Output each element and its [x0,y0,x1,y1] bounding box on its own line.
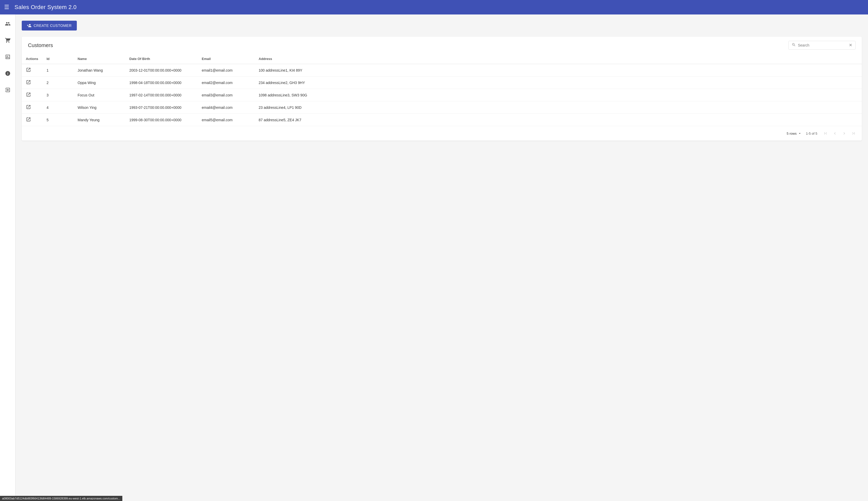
sidebar [0,14,15,501]
cell-id: 4 [42,102,73,114]
cell-dob: 1998-04-18T00:00:00.000+0000 [125,76,198,89]
cell-name: Mandy Yeung [73,114,125,126]
edit-row-icon[interactable] [26,67,31,72]
rows-per-page-selector[interactable]: 5 rows [787,131,802,136]
cell-id: 2 [42,76,73,89]
status-url: a08003ab7d5124db883f66413fd84489-1586928… [2,497,120,500]
rows-per-page-value: 5 rows [787,131,797,136]
prev-page-button[interactable] [831,129,839,138]
cell-email: email1@email.com [198,64,254,76]
table-row: 1 Jonathan Wang 2003-12-01T00:00:00.000+… [22,64,862,76]
cell-name: Focus Out [73,89,125,102]
cell-address: 234 addressLine2, GH3 9HY [254,76,862,89]
next-page-button[interactable] [840,129,848,138]
cell-dob: 1997-02-14T00:00:00.000+0000 [125,89,198,102]
menu-icon[interactable]: ☰ [4,4,9,11]
cell-name: Wilson Ying [73,102,125,114]
search-box[interactable]: ✕ [788,41,856,50]
table-body: 1 Jonathan Wang 2003-12-01T00:00:00.000+… [22,64,862,126]
pagination-buttons [822,129,858,138]
cell-dob: 1999-08-30T00:00:00.000+0000 [125,114,198,126]
first-page-button[interactable] [822,129,830,138]
cell-id: 3 [42,89,73,102]
cell-dob: 2003-12-01T00:00:00.000+0000 [125,64,198,76]
sidebar-item-reports[interactable] [3,52,13,62]
cell-id: 5 [42,114,73,126]
cell-name: Oppa Wing [73,76,125,89]
search-clear-icon[interactable]: ✕ [849,43,852,47]
cell-email: email2@email.com [198,76,254,89]
cell-address: 87 addressLine5, ZE4 JK7 [254,114,862,126]
status-bar: a08003ab7d5124db883f66413fd84489-1586928… [0,496,122,501]
cell-email: email4@email.com [198,102,254,114]
table-row: 3 Focus Out 1997-02-14T00:00:00.000+0000… [22,89,862,102]
pagination-info: 1-5 of 5 [806,131,817,136]
app-title: Sales Order System 2.0 [14,4,76,11]
topbar: ☰ Sales Order System 2.0 [0,0,868,14]
col-header-address: Address [254,54,862,64]
customers-table: Actions Id Name Date Of Birth Email Addr… [22,54,862,126]
create-customer-button[interactable]: CREATE CUSTOMER [22,21,77,31]
cell-id: 1 [42,64,73,76]
cell-address: 100 addressLine1, KI4 89Y [254,64,862,76]
sidebar-item-orders[interactable] [3,35,13,45]
table-footer: 5 rows 1-5 of 5 [22,126,862,141]
col-header-name: Name [73,54,125,64]
search-icon [792,43,796,48]
edit-row-icon[interactable] [26,117,31,122]
cell-dob: 1993-07-21T00:00:00.000+0000 [125,102,198,114]
card-header: Customers ✕ [22,37,862,54]
table-row: 2 Oppa Wing 1998-04-18T00:00:00.000+0000… [22,76,862,89]
cell-email: email5@email.com [198,114,254,126]
last-page-button[interactable] [849,129,858,138]
col-header-dob: Date Of Birth [125,54,198,64]
col-header-email: Email [198,54,254,64]
customers-card: Customers ✕ Actions Id Name Date Of Birt… [22,37,862,141]
cell-address: 23 addressLine4, LP1 90D [254,102,862,114]
col-header-actions: Actions [22,54,42,64]
cell-email: email3@email.com [198,89,254,102]
sidebar-item-logout[interactable] [3,85,13,95]
col-header-id: Id [42,54,73,64]
edit-row-icon[interactable] [26,79,31,85]
table-row: 4 Wilson Ying 1993-07-21T00:00:00.000+00… [22,102,862,114]
cell-name: Jonathan Wang [73,64,125,76]
sidebar-item-customers[interactable] [3,19,13,29]
main-content: CREATE CUSTOMER Customers ✕ Actions I [15,14,868,501]
customers-title: Customers [28,42,53,48]
table-header: Actions Id Name Date Of Birth Email Addr… [22,54,862,64]
sidebar-item-info[interactable] [3,68,13,78]
edit-row-icon[interactable] [26,105,31,110]
edit-row-icon[interactable] [26,92,31,97]
cell-address: 1098 addressLine3, SW3 90G [254,89,862,102]
table-row: 5 Mandy Yeung 1999-08-30T00:00:00.000+00… [22,114,862,126]
search-input[interactable] [798,43,847,47]
